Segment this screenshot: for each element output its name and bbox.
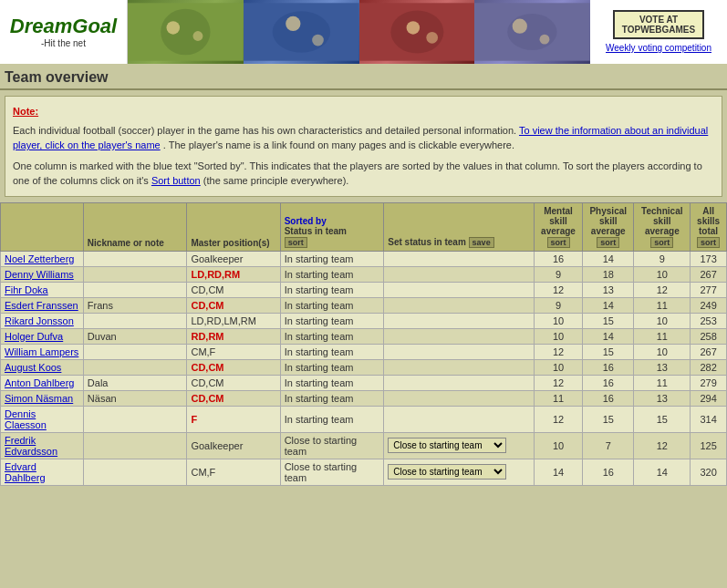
sort-technical-btn[interactable]: sort	[650, 237, 673, 248]
player-link[interactable]: Fredrik Edvardsson	[5, 435, 57, 457]
player-status-cell: In starting team	[280, 266, 384, 282]
player-name-cell: Fredrik Edvardsson	[1, 432, 84, 459]
players-table-wrapper: Nickname or note Master position(s) Sort…	[0, 202, 727, 486]
player-position-cell: CM,F	[187, 344, 280, 359]
player-physical-cell: 14	[583, 328, 634, 344]
player-set-status-cell[interactable]: In starting teamClose to starting teamRe…	[384, 432, 535, 459]
vote-link[interactable]: Weekly voting competition	[606, 43, 711, 53]
svg-point-10	[406, 21, 419, 34]
player-link[interactable]: Rikard Jonsson	[5, 315, 74, 326]
player-technical-cell: 9	[634, 251, 691, 266]
player-link[interactable]: Noel Zetterberg	[5, 253, 74, 264]
player-mental-cell: 10	[534, 432, 582, 459]
player-mental-cell: 14	[534, 459, 582, 485]
player-technical-cell: 11	[634, 375, 691, 390]
player-set-status-cell	[384, 328, 535, 344]
player-position-cell: CM,F	[187, 459, 280, 485]
player-name-cell: Edvard Dahlberg	[1, 459, 84, 485]
position-text: F	[191, 414, 197, 425]
player-link[interactable]: William Lampers	[5, 346, 78, 357]
table-row: August KoosCD,CMIn starting team10161328…	[1, 359, 727, 375]
th-mental: Mental skill average sort	[534, 202, 582, 251]
note-sort-link[interactable]: Sort button	[151, 175, 201, 186]
player-all-cell: 277	[691, 282, 727, 297]
player-physical-cell: 13	[583, 282, 634, 297]
player-nickname-cell	[83, 282, 187, 297]
player-name-cell: William Lampers	[1, 344, 84, 359]
player-nickname-cell	[83, 344, 187, 359]
player-link[interactable]: Simon Näsman	[5, 393, 73, 404]
header-img-4	[474, 0, 590, 64]
player-status-cell: In starting team	[280, 390, 384, 406]
table-row: Fihr DokaCD,CMIn starting team121312277	[1, 282, 727, 297]
player-position-cell: Goalkeeper	[187, 432, 280, 459]
sort-physical-btn[interactable]: sort	[597, 237, 619, 248]
header-img-2	[244, 0, 359, 64]
player-all-cell: 314	[691, 406, 727, 432]
player-all-cell: 125	[691, 432, 727, 459]
position-text: CD,CM	[191, 300, 223, 311]
player-mental-cell: 12	[534, 375, 582, 390]
player-technical-cell: 13	[634, 359, 691, 375]
player-status-cell: In starting team	[280, 375, 384, 390]
player-name-cell: Esdert Franssen	[1, 297, 84, 313]
player-nickname-cell	[83, 251, 187, 266]
player-mental-cell: 10	[534, 359, 582, 375]
player-status-cell: In starting team	[280, 344, 384, 359]
player-link[interactable]: Holger Dufva	[5, 331, 63, 342]
player-technical-cell: 14	[634, 459, 691, 485]
player-link[interactable]: Dennis Claesson	[5, 408, 47, 430]
player-all-cell: 294	[691, 390, 727, 406]
th-nickname: Nickname or note	[83, 202, 187, 251]
status-select[interactable]: In starting teamClose to starting teamRe…	[388, 438, 506, 453]
player-link[interactable]: Edvard Dahlberg	[5, 461, 46, 483]
player-name-cell: Noel Zetterberg	[1, 251, 84, 266]
table-row: Dennis ClaessonFIn starting team12151531…	[1, 406, 727, 432]
player-status-cell: In starting team	[280, 282, 384, 297]
player-nickname-cell	[83, 359, 187, 375]
header-img-1	[128, 0, 244, 64]
player-technical-cell: 10	[634, 344, 691, 359]
player-set-status-cell	[384, 282, 535, 297]
player-set-status-cell	[384, 344, 535, 359]
sort-mental-btn[interactable]: sort	[547, 237, 570, 248]
player-set-status-cell[interactable]: In starting teamClose to starting teamRe…	[384, 459, 535, 485]
player-position-cell: CD,CM	[187, 282, 280, 297]
player-position-cell: CD,CM	[187, 297, 280, 313]
player-physical-cell: 14	[583, 251, 634, 266]
player-physical-cell: 7	[583, 432, 634, 459]
player-link[interactable]: August Koos	[5, 362, 61, 373]
svg-point-11	[426, 32, 438, 44]
player-position-cell: CD,CM	[187, 359, 280, 375]
sort-status-btn[interactable]: sort	[285, 237, 307, 248]
player-physical-cell: 14	[583, 297, 634, 313]
note-text2: . The player's name is a link found on m…	[163, 139, 514, 150]
player-technical-cell: 15	[634, 406, 691, 432]
player-all-cell: 282	[691, 359, 727, 375]
player-status-cell: Close to starting team	[280, 432, 384, 459]
player-nickname-cell	[83, 406, 187, 432]
save-btn[interactable]: save	[469, 237, 494, 248]
player-link[interactable]: Denny Williams	[5, 269, 74, 280]
table-row: Simon NäsmanNäsanCD,CMIn starting team11…	[1, 390, 727, 406]
player-status-cell: In starting team	[280, 313, 384, 328]
player-set-status-cell	[384, 266, 535, 282]
table-row: Esdert FranssenFransCD,CMIn starting tea…	[1, 297, 727, 313]
th-status: Sorted by Status in team sort	[280, 202, 384, 251]
logo-main: DreamGoal	[10, 15, 117, 38]
th-physical: Physical skill average sort	[583, 202, 634, 251]
status-select[interactable]: In starting teamClose to starting teamRe…	[388, 464, 506, 480]
player-set-status-cell	[384, 390, 535, 406]
player-nickname-cell: Frans	[83, 297, 187, 313]
player-link[interactable]: Fihr Doka	[5, 284, 48, 295]
position-text: LD,RD,RM	[191, 269, 240, 280]
player-nickname-cell	[83, 266, 187, 282]
player-set-status-cell	[384, 406, 535, 432]
svg-point-13	[507, 14, 556, 50]
player-link[interactable]: Esdert Franssen	[5, 300, 78, 311]
player-physical-cell: 15	[583, 406, 634, 432]
player-name-cell: Holger Dufva	[1, 328, 84, 344]
sort-all-btn[interactable]: sort	[697, 237, 720, 248]
vote-box[interactable]: VOTE AT TOPWEBGAMES	[613, 10, 704, 39]
player-link[interactable]: Anton Dahlberg	[5, 377, 74, 388]
